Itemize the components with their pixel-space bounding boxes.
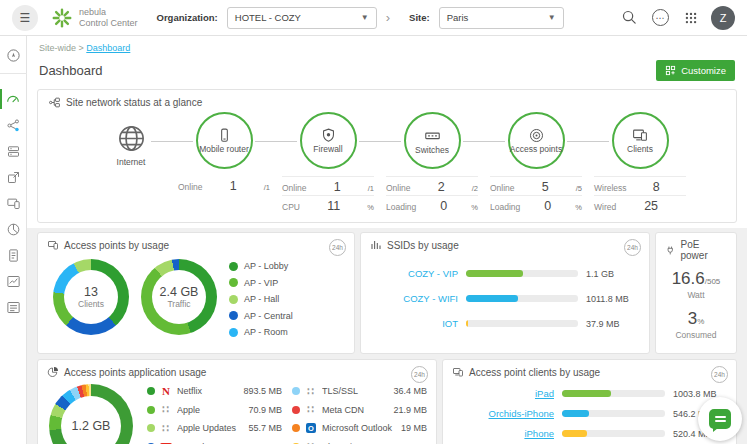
app-list-col1: NNetflix893.5 MB ∷Apple70.9 MB ∷Apple Up… (147, 382, 282, 444)
legend-item: AP - Lobby (229, 261, 293, 271)
access-points-usage-panel: Access points by usage 24h 13Clients 2.4… (37, 232, 355, 354)
brand: nebula Control Center (51, 7, 138, 29)
bar-chart-icon (370, 239, 382, 251)
sidebar-item-report[interactable] (0, 242, 27, 268)
sidebar-item-applications[interactable] (0, 190, 27, 216)
ssid-link[interactable]: IOT (370, 318, 466, 329)
time-range-badge[interactable]: 24h (711, 366, 728, 383)
sidebar-item-clients[interactable] (0, 164, 27, 190)
ssids-usage-panel: SSIDs by usage 24h COZY - VIP 1.1 GB COZ… (360, 232, 650, 354)
client-row: iPhone 520.4 MB (452, 428, 727, 439)
clients-stats: Wireless8 Wired25 (594, 176, 686, 214)
user-avatar[interactable]: Z (711, 6, 735, 30)
compass-icon (6, 48, 21, 63)
chat-bubble-icon (709, 409, 731, 429)
client-link[interactable]: Orchids-iPhone (452, 408, 562, 419)
customize-grid-icon (665, 65, 676, 76)
time-range-badge[interactable]: 24h (411, 366, 428, 383)
netflix-icon: N (160, 386, 172, 397)
application-usage-panel: Access points application usage 24h 1.2 … (37, 359, 437, 444)
firewall-stats: Online1/1 CPU11% (282, 176, 374, 214)
sidebar-item-logs[interactable] (0, 294, 27, 320)
chevron-down-icon: ▼ (361, 13, 369, 22)
switches-stats: Online2/2 Loading0% (386, 176, 478, 214)
panel-title: SSIDs by usage (387, 240, 459, 251)
network-status-panel: Site network status at a glance Internet… (37, 89, 737, 223)
status-title: Site network status at a glance (66, 97, 202, 108)
ap-traffic-donut: 2.4 GBTraffic (141, 259, 217, 335)
devices-stack-icon (6, 144, 21, 159)
sidebar-item-dashboard[interactable] (0, 86, 27, 112)
ssid-row: IOT 37.9 MB (370, 318, 640, 329)
time-range-badge[interactable]: 24h (624, 239, 641, 256)
legend-item: AP - Central (229, 311, 293, 321)
panel-title: PoE power (680, 239, 727, 261)
app-row: ∷Apple Updates55.7 MB (147, 419, 282, 438)
outlook-icon: O (305, 423, 317, 434)
topbar: ☰ nebula Control Center Organization: HO… (0, 0, 747, 36)
apps-grid-button[interactable] (680, 7, 702, 29)
site-select[interactable]: Paris ▼ (439, 7, 564, 29)
app-row: ∷Meta CDN21.9 MB (292, 401, 427, 420)
mobile-router-stats: Online1/1 (178, 176, 270, 194)
sidebar-item-navigate[interactable] (0, 44, 27, 74)
switch-icon (423, 126, 442, 145)
sidebar-item-analytics[interactable] (0, 268, 27, 294)
ssid-link[interactable]: COZY - VIP (370, 268, 466, 279)
network-glance-icon (48, 96, 61, 109)
mobile-router-icon (216, 127, 233, 144)
poe-plug-icon (665, 245, 675, 256)
node-mobile-router[interactable]: Mobile router Online1/1 (172, 112, 276, 214)
access-point-icon (528, 127, 545, 144)
node-internet: Internet (90, 112, 172, 214)
share-out-icon (6, 170, 21, 185)
legend-item: AP - Hall (229, 294, 293, 304)
client-link[interactable]: iPad (452, 388, 562, 399)
poe-values: 16.6/505 Watt 3% Consumed (665, 269, 727, 349)
clients-panel-icon (452, 366, 464, 378)
sidebar-item-topology[interactable] (0, 112, 27, 138)
node-clients[interactable]: Clients Wireless8 Wired25 (588, 112, 692, 214)
menu-toggle-button[interactable]: ☰ (12, 5, 38, 31)
search-button[interactable] (618, 7, 640, 29)
topology-icon (6, 118, 21, 133)
breadcrumb: Site-wide > Dashboard (39, 43, 737, 53)
brand-name: nebula Control Center (79, 7, 138, 28)
node-firewall[interactable]: Firewall Online1/1 CPU11% (276, 112, 380, 214)
app-row: ∷Akamai13.5 MB (292, 438, 427, 444)
app-row: OMicrosoft Outlook19 MB (292, 419, 427, 438)
pie-slice-icon (47, 366, 59, 378)
client-bars: iPad 1003.8 MB Orchids-iPhone 546.2 MB i… (452, 388, 727, 444)
ap-clients-donut: 13Clients (53, 259, 129, 335)
breadcrumb-parent: Site-wide > (39, 43, 84, 53)
time-range-badge[interactable]: 24h (329, 239, 346, 256)
line-chart-icon (6, 274, 21, 289)
pie-chart-icon (6, 222, 21, 237)
legend-item: AP - VIP (229, 278, 293, 288)
node-access-points[interactable]: Access points Online5/5 Loading0% (484, 112, 588, 214)
internet-globe-icon (116, 123, 147, 154)
report-doc-icon (6, 248, 21, 263)
search-icon (621, 9, 638, 26)
generic-app-icon: ∷ (160, 423, 172, 434)
breadcrumb-dashboard-link[interactable]: Dashboard (86, 43, 130, 53)
sidebar-item-devices[interactable] (0, 138, 27, 164)
hamburger-icon: ☰ (20, 11, 31, 25)
ssid-link[interactable]: COZY - WIFI (370, 293, 466, 304)
node-switches[interactable]: Switches Online2/2 Loading0% (380, 112, 484, 214)
ssid-row: COZY - WIFI 1011.8 MB (370, 293, 640, 304)
nebula-logo-icon (51, 7, 73, 29)
chat-support-button[interactable] (698, 397, 742, 441)
clients-usage-panel: Access point clients by usage 24h iPad 1… (442, 359, 737, 444)
main-content: Site-wide > Dashboard Dashboard Customiz… (27, 36, 747, 444)
customize-button[interactable]: Customize (656, 60, 735, 81)
help-button[interactable]: ⋯ (649, 7, 671, 29)
apps-grid-icon (684, 11, 698, 25)
organization-label: Organization: (157, 12, 218, 23)
generic-app-icon: ∷ (160, 404, 172, 415)
app-row: NNetflix893.5 MB (147, 382, 282, 401)
client-link[interactable]: iPhone (452, 428, 562, 439)
organization-select[interactable]: HOTEL - COZY ▼ (227, 7, 377, 29)
sidebar-item-usage[interactable] (0, 216, 27, 242)
app-list-col2: ∷TLS/SSL36.4 MB ∷Meta CDN21.9 MB OMicros… (292, 382, 427, 444)
